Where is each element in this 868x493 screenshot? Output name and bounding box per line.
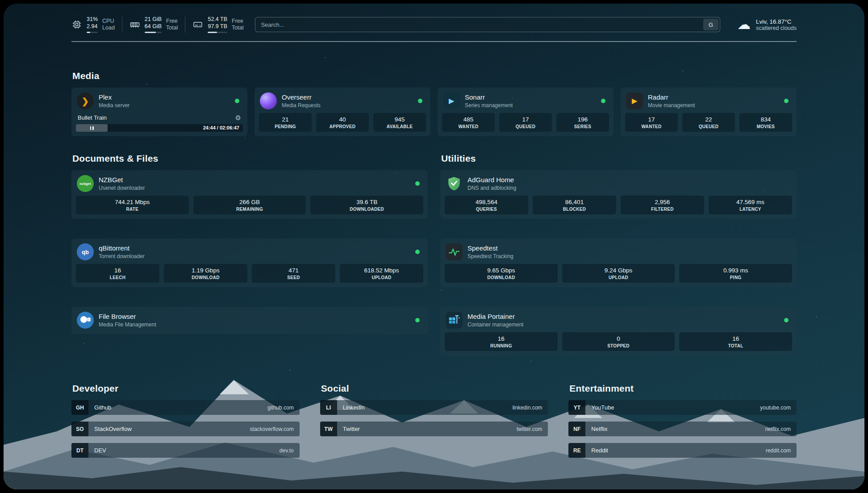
stat-value: 21 (261, 116, 310, 123)
bookmark-name: Reddit (585, 447, 608, 454)
stat-wanted: 17 WANTED (625, 113, 678, 132)
section-title-documents: Documents & Files (72, 153, 428, 164)
bookmark-github[interactable]: GH Github github.com (71, 400, 300, 415)
radarr-header: ▶ Radarr Movie management (625, 92, 792, 113)
stat-label: MOVIES (741, 124, 790, 129)
service-card-portainer[interactable]: Media Portainer Container management 16 … (440, 307, 797, 355)
plex-header: ❯ Plex Media server (76, 92, 243, 113)
service-name: Sonarr (465, 93, 513, 101)
bookmark-netflix[interactable]: NF Netflix netflix.com (568, 422, 797, 436)
stat-value: 17 (627, 116, 676, 123)
stat-value: 16 (681, 335, 790, 342)
service-card-overseerr[interactable]: Overseerr Media Requests 21 PENDING 40 A… (255, 88, 430, 136)
now-playing-title: Bullet Train (78, 114, 107, 121)
service-description: Series management (465, 102, 513, 109)
radarr-stats: 17 WANTED 22 QUEUED 834 MOVIES (625, 113, 792, 132)
stat-queued: 17 QUEUED (499, 113, 552, 132)
filebrowser-header: File Browser Media File Management (76, 311, 423, 330)
bookmark-url: stackoverflow.com (250, 426, 300, 432)
bookmark-url: github.com (267, 405, 300, 411)
stat-value: 39.6 TB (312, 199, 421, 205)
cpu-labels: CPU Load (102, 18, 115, 32)
overseerr-titles: Overseerr Media Requests (282, 93, 321, 109)
service-card-qbittorrent[interactable]: qb qBittorrent Torrent downloader 16 LEE… (71, 238, 428, 287)
stat-label: FILTERED (622, 207, 702, 212)
bookmark-title-developer: Developer (72, 383, 300, 394)
service-description: Media Requests (282, 102, 321, 109)
bookmark-youtube[interactable]: YT YouTube youtube.com (568, 400, 797, 415)
service-card-sonarr[interactable]: ▶ Sonarr Series management 485 WANTED (438, 88, 613, 136)
stat-label: AVAILABLE (375, 124, 424, 129)
service-card-speedtest[interactable]: Speedtest Speedtest Tracking 9.65 Gbps D… (440, 238, 797, 287)
service-name: Speedtest (467, 244, 513, 252)
service-name: qBittorrent (99, 244, 145, 252)
stat-label: STOPPED (564, 343, 673, 348)
service-description: DNS and adblocking (467, 185, 516, 191)
status-indicator (784, 318, 789, 322)
adguard-titles: AdGuard Home DNS and adblocking (467, 176, 516, 191)
service-name: Overseerr (282, 93, 321, 101)
weather-location: Lviv, 16.87°C (756, 18, 797, 25)
plex-now-playing: Bullet Train ⚙ (76, 113, 243, 124)
search-input[interactable] (261, 21, 703, 28)
portainer-icon (446, 312, 463, 329)
stat-value: 498,564 (447, 199, 526, 205)
bookmark-abbr: TW (320, 422, 337, 436)
stat-pending: 21 PENDING (259, 113, 312, 132)
bookmark-twitter[interactable]: TW Twitter twitter.com (320, 422, 548, 436)
service-card-nzbget[interactable]: nzbget NZBGet Usenet downloader 744.21 M… (71, 170, 428, 219)
nzbget-icon: nzbget (77, 175, 94, 192)
status-indicator (415, 250, 420, 254)
stat-download: 9.65 Gbps DOWNLOAD (445, 264, 558, 283)
service-card-radarr[interactable]: ▶ Radarr Movie management 17 WANTED (621, 88, 797, 136)
bookmark-name: LinkedIn (337, 404, 365, 411)
bookmark-abbr: SO (71, 422, 88, 436)
memory-labels: Free Total (166, 18, 178, 32)
divider (185, 17, 185, 33)
search-bar[interactable]: G (255, 17, 720, 32)
stat-value: 47.569 ms (710, 199, 790, 205)
bookmark-url: reddit.com (766, 447, 797, 454)
stat-label: LATENCY (710, 207, 790, 212)
service-card-filebrowser[interactable]: File Browser Media File Management (71, 307, 428, 334)
disk-labels: Free Total (232, 18, 243, 32)
playback-progress-bar[interactable]: 24:44 / 02:06:47 (76, 124, 243, 132)
bookmark-linkedin[interactable]: LI LinkedIn linkedin.com (320, 400, 548, 415)
stat-label: SEED (254, 275, 334, 280)
bookmark-url: linkedin.com (513, 405, 548, 411)
memory-icon (129, 19, 140, 30)
stat-leech: 16 LEECH (76, 264, 159, 283)
bookmark-group-developer: Developer GH Github github.com SO StackO… (71, 383, 300, 464)
bookmark-reddit[interactable]: RE Reddit reddit.com (568, 443, 797, 458)
service-card-adguard[interactable]: AdGuard Home DNS and adblocking 498,564 … (440, 170, 797, 219)
stat-label: UPLOAD (342, 275, 421, 280)
disk-label-top: Free (232, 18, 243, 25)
service-name: Media Portainer (467, 313, 523, 321)
radarr-titles: Radarr Movie management (648, 93, 695, 109)
stat-remaining: 266 GB REMAINING (193, 196, 306, 214)
nzbget-stats: 744.21 Mbps RATE 266 GB REMAINING 39.6 T… (76, 196, 423, 214)
cpu-label-top: CPU (102, 18, 115, 25)
search-engine-button[interactable]: G (703, 19, 718, 30)
service-card-plex[interactable]: ❯ Plex Media server Bullet Train ⚙ 24:44 (71, 88, 247, 136)
status-indicator (601, 99, 605, 103)
adguard-stats: 498,564 QUERIES 86,401 BLOCKED 2,956 FIL… (445, 196, 792, 214)
bookmark-dev[interactable]: DT DEV dev.to (71, 443, 300, 458)
bookmark-stackoverflow[interactable]: SO StackOverflow stackoverflow.com (71, 422, 300, 436)
section-documents-files: Documents & Files nzbget NZBGet Usenet d… (71, 153, 428, 334)
stat-queries: 498,564 QUERIES (445, 196, 528, 214)
settings-gear-icon[interactable]: ⚙ (235, 114, 241, 121)
speedtest-stats: 9.65 Gbps DOWNLOAD 9.24 Gbps UPLOAD 0.99… (445, 264, 792, 283)
stat-total: 16 TOTAL (679, 332, 792, 351)
stat-value: 40 (318, 116, 367, 123)
qbittorrent-stats: 16 LEECH 1.19 Gbps DOWNLOAD 471 SEED 6 (76, 264, 423, 283)
service-name: AdGuard Home (467, 176, 516, 184)
stat-label: QUEUED (684, 124, 733, 129)
stat-label: APPROVED (318, 124, 367, 129)
bookmark-name: DEV (88, 447, 106, 454)
stat-value: 86,401 (534, 199, 614, 205)
cloud-icon: ☁ (737, 18, 751, 31)
stat-label: PING (681, 275, 790, 280)
stat-label: WANTED (444, 124, 493, 129)
stat-value: 744.21 Mbps (78, 199, 187, 205)
